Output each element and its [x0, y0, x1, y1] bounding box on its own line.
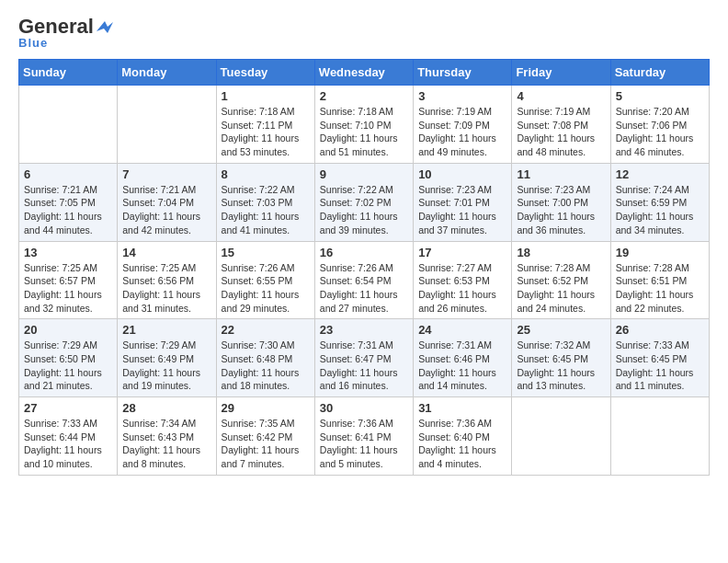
day-info: Sunrise: 7:20 AM Sunset: 7:06 PM Dayligh…: [616, 105, 704, 159]
day-number: 26: [616, 323, 704, 337]
calendar-cell: 16Sunrise: 7:26 AM Sunset: 6:54 PM Dayli…: [314, 241, 413, 319]
day-number: 18: [517, 246, 605, 259]
day-info: Sunrise: 7:19 AM Sunset: 7:08 PM Dayligh…: [517, 105, 605, 159]
calendar-cell: [512, 397, 610, 476]
day-header-sunday: Sunday: [19, 60, 118, 86]
calendar-cell: 2Sunrise: 7:18 AM Sunset: 7:10 PM Daylig…: [314, 86, 413, 164]
calendar-header-row: SundayMondayTuesdayWednesdayThursdayFrid…: [19, 60, 710, 86]
day-number: 24: [418, 323, 506, 337]
day-info: Sunrise: 7:21 AM Sunset: 7:05 PM Dayligh…: [24, 183, 112, 237]
day-info: Sunrise: 7:28 AM Sunset: 6:52 PM Dayligh…: [517, 261, 605, 316]
logo: General Blue: [18, 15, 116, 50]
day-info: Sunrise: 7:26 AM Sunset: 6:54 PM Dayligh…: [320, 261, 408, 316]
calendar-cell: [610, 397, 709, 476]
calendar-cell: 27Sunrise: 7:33 AM Sunset: 6:44 PM Dayli…: [19, 397, 118, 476]
day-number: 1: [222, 89, 310, 103]
day-info: Sunrise: 7:25 AM Sunset: 6:56 PM Dayligh…: [122, 261, 210, 316]
day-number: 13: [24, 246, 112, 259]
calendar-week-row: 27Sunrise: 7:33 AM Sunset: 6:44 PM Dayli…: [19, 397, 710, 476]
day-info: Sunrise: 7:23 AM Sunset: 7:01 PM Dayligh…: [418, 183, 506, 237]
day-info: Sunrise: 7:31 AM Sunset: 6:46 PM Dayligh…: [418, 339, 506, 393]
day-number: 22: [222, 323, 310, 337]
day-info: Sunrise: 7:33 AM Sunset: 6:44 PM Dayligh…: [24, 417, 112, 471]
day-number: 14: [122, 246, 210, 259]
calendar-cell: 31Sunrise: 7:36 AM Sunset: 6:40 PM Dayli…: [414, 397, 512, 476]
day-number: 2: [320, 89, 408, 103]
day-number: 29: [222, 401, 310, 415]
day-number: 28: [122, 401, 210, 415]
day-number: 10: [418, 167, 506, 181]
day-info: Sunrise: 7:18 AM Sunset: 7:11 PM Dayligh…: [222, 105, 310, 159]
day-info: Sunrise: 7:29 AM Sunset: 6:50 PM Dayligh…: [24, 339, 112, 393]
calendar-cell: 1Sunrise: 7:18 AM Sunset: 7:11 PM Daylig…: [216, 86, 314, 164]
calendar-cell: 18Sunrise: 7:28 AM Sunset: 6:52 PM Dayli…: [512, 241, 610, 319]
calendar-week-row: 20Sunrise: 7:29 AM Sunset: 6:50 PM Dayli…: [19, 319, 710, 397]
day-info: Sunrise: 7:28 AM Sunset: 6:51 PM Dayligh…: [616, 261, 704, 316]
calendar-week-row: 1Sunrise: 7:18 AM Sunset: 7:11 PM Daylig…: [19, 86, 710, 164]
calendar-cell: 29Sunrise: 7:35 AM Sunset: 6:42 PM Dayli…: [216, 397, 314, 476]
day-number: 5: [616, 89, 704, 103]
day-info: Sunrise: 7:18 AM Sunset: 7:10 PM Dayligh…: [320, 105, 408, 159]
calendar-cell: 30Sunrise: 7:36 AM Sunset: 6:41 PM Dayli…: [314, 397, 413, 476]
day-header-monday: Monday: [118, 60, 216, 86]
calendar-cell: 24Sunrise: 7:31 AM Sunset: 6:46 PM Dayli…: [414, 319, 512, 397]
calendar-cell: 8Sunrise: 7:22 AM Sunset: 7:03 PM Daylig…: [216, 163, 314, 241]
calendar-cell: 22Sunrise: 7:30 AM Sunset: 6:48 PM Dayli…: [216, 319, 314, 397]
calendar-cell: 15Sunrise: 7:26 AM Sunset: 6:55 PM Dayli…: [216, 241, 314, 319]
calendar-table: SundayMondayTuesdayWednesdayThursdayFrid…: [18, 59, 710, 476]
day-number: 21: [122, 323, 210, 337]
day-info: Sunrise: 7:30 AM Sunset: 6:48 PM Dayligh…: [222, 339, 310, 393]
day-info: Sunrise: 7:25 AM Sunset: 6:57 PM Dayligh…: [24, 261, 112, 316]
day-number: 6: [24, 167, 112, 181]
calendar-cell: 11Sunrise: 7:23 AM Sunset: 7:00 PM Dayli…: [512, 163, 610, 241]
day-info: Sunrise: 7:36 AM Sunset: 6:41 PM Dayligh…: [320, 417, 408, 471]
day-number: 31: [418, 401, 506, 415]
day-number: 25: [517, 323, 605, 337]
day-header-thursday: Thursday: [414, 60, 512, 86]
calendar-cell: 5Sunrise: 7:20 AM Sunset: 7:06 PM Daylig…: [610, 86, 709, 164]
day-number: 15: [222, 246, 310, 259]
calendar-cell: 14Sunrise: 7:25 AM Sunset: 6:56 PM Dayli…: [118, 241, 216, 319]
day-info: Sunrise: 7:31 AM Sunset: 6:47 PM Dayligh…: [320, 339, 408, 393]
calendar-cell: 7Sunrise: 7:21 AM Sunset: 7:04 PM Daylig…: [118, 163, 216, 241]
calendar-cell: 3Sunrise: 7:19 AM Sunset: 7:09 PM Daylig…: [414, 86, 512, 164]
day-info: Sunrise: 7:21 AM Sunset: 7:04 PM Dayligh…: [122, 183, 210, 237]
logo-blue: Blue: [18, 36, 48, 50]
day-number: 7: [122, 167, 210, 181]
page: General Blue SundayMondayTuesdayWednesda…: [0, 0, 728, 490]
day-info: Sunrise: 7:33 AM Sunset: 6:45 PM Dayligh…: [616, 339, 704, 393]
day-number: 17: [418, 246, 506, 259]
day-number: 3: [418, 89, 506, 103]
day-info: Sunrise: 7:26 AM Sunset: 6:55 PM Dayligh…: [222, 261, 310, 316]
day-info: Sunrise: 7:32 AM Sunset: 6:45 PM Dayligh…: [517, 339, 605, 393]
day-info: Sunrise: 7:19 AM Sunset: 7:09 PM Dayligh…: [418, 105, 506, 159]
calendar-cell: 20Sunrise: 7:29 AM Sunset: 6:50 PM Dayli…: [19, 319, 118, 397]
day-info: Sunrise: 7:29 AM Sunset: 6:49 PM Dayligh…: [122, 339, 210, 393]
day-info: Sunrise: 7:34 AM Sunset: 6:43 PM Dayligh…: [122, 417, 210, 471]
day-number: 30: [320, 401, 408, 415]
day-number: 23: [320, 323, 408, 337]
calendar-cell: 4Sunrise: 7:19 AM Sunset: 7:08 PM Daylig…: [512, 86, 610, 164]
day-number: 20: [24, 323, 112, 337]
calendar-cell: 9Sunrise: 7:22 AM Sunset: 7:02 PM Daylig…: [314, 163, 413, 241]
calendar-cell: [118, 86, 216, 164]
day-info: Sunrise: 7:24 AM Sunset: 6:59 PM Dayligh…: [616, 183, 704, 237]
logo-bird-icon: [95, 18, 115, 35]
calendar-week-row: 13Sunrise: 7:25 AM Sunset: 6:57 PM Dayli…: [19, 241, 710, 319]
day-header-wednesday: Wednesday: [314, 60, 413, 86]
calendar-cell: 26Sunrise: 7:33 AM Sunset: 6:45 PM Dayli…: [610, 319, 709, 397]
calendar-cell: 23Sunrise: 7:31 AM Sunset: 6:47 PM Dayli…: [314, 319, 413, 397]
day-header-friday: Friday: [512, 60, 610, 86]
day-info: Sunrise: 7:22 AM Sunset: 7:03 PM Dayligh…: [222, 183, 310, 237]
day-info: Sunrise: 7:23 AM Sunset: 7:00 PM Dayligh…: [517, 183, 605, 237]
calendar-week-row: 6Sunrise: 7:21 AM Sunset: 7:05 PM Daylig…: [19, 163, 710, 241]
calendar-cell: 10Sunrise: 7:23 AM Sunset: 7:01 PM Dayli…: [414, 163, 512, 241]
day-info: Sunrise: 7:35 AM Sunset: 6:42 PM Dayligh…: [222, 417, 310, 471]
day-number: 4: [517, 89, 605, 103]
calendar-cell: 6Sunrise: 7:21 AM Sunset: 7:05 PM Daylig…: [19, 163, 118, 241]
day-number: 9: [320, 167, 408, 181]
calendar-cell: 13Sunrise: 7:25 AM Sunset: 6:57 PM Dayli…: [19, 241, 118, 319]
day-header-tuesday: Tuesday: [216, 60, 314, 86]
day-number: 19: [616, 246, 704, 259]
day-info: Sunrise: 7:36 AM Sunset: 6:40 PM Dayligh…: [418, 417, 506, 471]
